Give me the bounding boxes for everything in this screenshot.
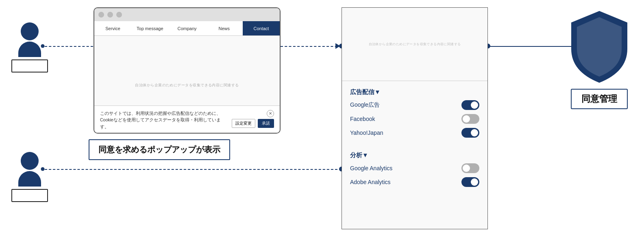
consent-panel-top-text: 自治体から企業のためにデータを収集できる内容に関連する: [369, 42, 461, 46]
browser-titlebar: [94, 8, 280, 21]
browser-window: Service Top message Company News Contact…: [94, 7, 281, 134]
consent-analytics-section: 分析▼ Google Analytics Adobe Analytics: [342, 144, 487, 187]
scene: Service Top message Company News Contact…: [0, 0, 644, 235]
consent-analytics-title: 分析▼: [350, 152, 479, 159]
consent-ad-section: 広告配信▼ Google広告 Facebook Yahoo!Japan: [342, 81, 487, 138]
arrow-user-bottom-to-panel: [45, 169, 342, 170]
consent-panel: 自治体から企業のためにデータを収集できる内容に関連する 広告配信▼ Google…: [342, 7, 488, 229]
consent-row-google-ad: Google広告: [350, 100, 479, 110]
user-bottom-body: [18, 171, 41, 187]
shield-area: 同意管理: [567, 8, 632, 109]
shield-icon: [567, 8, 632, 86]
dot-user-bottom-start: [41, 167, 45, 171]
toggle-adobe-analytics[interactable]: [461, 177, 479, 187]
toggle-knob-yahoo: [471, 129, 478, 136]
nav-company[interactable]: Company: [168, 26, 205, 31]
arrowhead-to-panel-top: [335, 43, 340, 49]
toggle-google-analytics[interactable]: [461, 163, 479, 173]
consent-row-facebook: Facebook: [350, 114, 479, 124]
browser-dot-2: [107, 12, 113, 18]
user-top-label-box: [11, 59, 48, 72]
user-bottom-label-box: [11, 189, 48, 202]
toggle-knob-facebook: [463, 115, 470, 123]
browser-dot-1: [98, 12, 104, 18]
nav-contact[interactable]: Contact: [243, 21, 280, 35]
shield-label: 同意管理: [571, 89, 628, 109]
cookie-text: このサイトでは、利用状況の把握や広告配信などのために、Cookieなどを使用して…: [100, 110, 228, 130]
label-google-analytics: Google Analytics: [350, 165, 392, 171]
toggle-yahoo[interactable]: [461, 128, 479, 138]
consent-panel-top: 自治体から企業のためにデータを収集できる内容に関連する: [342, 8, 487, 81]
cookie-buttons: 設定変更 承諾: [232, 119, 274, 128]
consent-ad-title: 広告配信▼: [350, 88, 479, 96]
settings-button[interactable]: 設定変更: [232, 119, 255, 128]
label-adobe-analytics: Adobe Analytics: [350, 179, 391, 185]
agree-button[interactable]: 承諾: [258, 119, 274, 128]
toggle-google-ad[interactable]: [461, 100, 479, 110]
user-top-head: [21, 22, 39, 40]
browser-body: 自治体から企業のためにデータを収集できる内容に関連する このサイトでは、利用状況…: [94, 36, 280, 134]
arrow-browser-to-panel: [281, 46, 342, 47]
dot-user-top-start: [41, 44, 45, 48]
nav-top-message[interactable]: Top message: [131, 26, 168, 31]
nav-news[interactable]: News: [206, 26, 243, 31]
consent-row-yahoo: Yahoo!Japan: [350, 128, 479, 138]
cookie-close-button[interactable]: ✕: [267, 110, 274, 117]
toggle-knob-google-analytics: [463, 165, 470, 172]
cookie-actions: ✕ 設定変更 承諾: [232, 110, 274, 128]
toggle-facebook[interactable]: [461, 114, 479, 124]
toggle-knob-adobe-analytics: [471, 178, 478, 186]
cookie-banner: このサイトでは、利用状況の把握や広告配信などのために、Cookieなどを使用して…: [94, 105, 280, 134]
label-facebook: Facebook: [350, 116, 375, 122]
nav-service[interactable]: Service: [94, 26, 131, 31]
consent-row-adobe-analytics: Adobe Analytics: [350, 177, 479, 187]
label-google-ad: Google広告: [350, 101, 380, 109]
browser-nav: Service Top message Company News Contact: [94, 21, 280, 36]
user-bottom-figure: [11, 152, 48, 202]
toggle-knob-google-ad: [471, 101, 478, 109]
popup-label: 同意を求めるポップアップが表示: [89, 139, 230, 160]
label-yahoo: Yahoo!Japan: [350, 130, 383, 136]
user-bottom-head: [21, 152, 39, 170]
browser-dot-3: [116, 12, 122, 18]
browser-body-text: 自治体から企業のためにデータを収集できる内容に関連する: [135, 83, 239, 88]
consent-row-google-analytics: Google Analytics: [350, 163, 479, 173]
user-top-body: [18, 42, 41, 57]
